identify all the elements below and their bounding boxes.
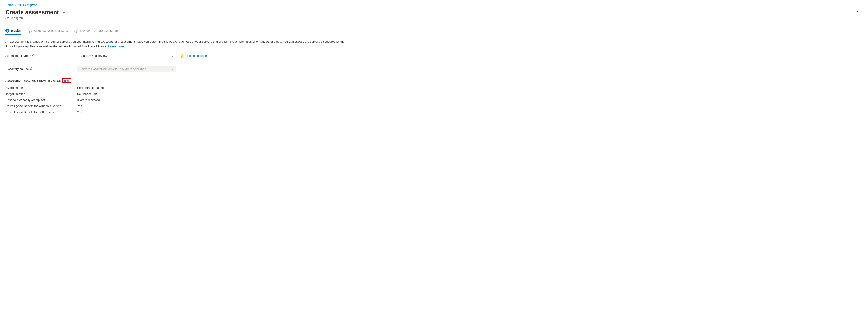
settings-title: Assessment settings xyxy=(5,79,36,82)
setting-key: Sizing criteria xyxy=(5,86,77,90)
settings-showing-count: (Showing 5 of 22) xyxy=(37,79,61,82)
edit-settings-link[interactable]: Edit xyxy=(64,79,69,82)
page-title: Create assessment xyxy=(5,9,59,16)
setting-key: Target location xyxy=(5,92,77,96)
tab-review-create[interactable]: 3 Review + create assessment xyxy=(74,29,120,34)
close-icon xyxy=(856,10,860,13)
learn-more-link[interactable]: Learn more. xyxy=(108,45,124,48)
chevron-down-icon: ⌵ xyxy=(172,55,174,57)
discovery-source-label: Discovery source i xyxy=(5,67,77,71)
tab-step-number: 3 xyxy=(74,29,78,33)
chevron-right-icon: › xyxy=(15,3,16,6)
assessment-type-dropdown[interactable]: Azure SQL (Preview) ⌵ xyxy=(77,53,176,59)
dropdown-value: Azure SQL (Preview) xyxy=(80,54,108,58)
help-me-choose-link[interactable]: Help me choose xyxy=(186,54,207,58)
setting-key: Azure Hybrid Benefit for SQL Server xyxy=(5,110,77,114)
tab-basics[interactable]: 1 Basics xyxy=(5,29,22,34)
dropdown-value: Servers discovered from Azure Migrate ap… xyxy=(80,67,146,71)
tab-label: Basics xyxy=(11,29,22,32)
breadcrumb-home[interactable]: Home xyxy=(5,3,13,6)
basics-description: An assessment is created on a group of s… xyxy=(5,39,348,49)
chevron-right-icon: › xyxy=(39,3,40,6)
tab-step-number: 1 xyxy=(5,29,9,33)
setting-value: Southeast Asia xyxy=(77,92,97,96)
settings-row-sizing-criteria: Sizing criteria Performance-based xyxy=(5,86,863,90)
required-asterisk: * xyxy=(30,54,31,58)
tab-label: Select servers to assess xyxy=(34,29,68,32)
settings-row-ahb-sql: Azure Hybrid Benefit for SQL Server Yes xyxy=(5,110,863,114)
settings-row-ahb-windows: Azure Hybrid Benefit for Windows Server … xyxy=(5,104,863,108)
setting-value: 3 years reserved xyxy=(77,98,100,102)
chevron-down-icon: ⌵ xyxy=(172,68,174,70)
setting-key: Azure Hybrid Benefit for Windows Server xyxy=(5,104,77,108)
assessment-type-label: Assessment type * i xyxy=(5,54,77,58)
wizard-tabs: 1 Basics 2 Select servers to assess 3 Re… xyxy=(5,29,863,34)
tab-label: Review + create assessment xyxy=(80,29,120,32)
settings-row-target-location: Target location Southeast Asia xyxy=(5,92,863,96)
setting-value: Yes xyxy=(77,110,82,114)
settings-row-reserved-capacity: Reserved capacity (compute) 3 years rese… xyxy=(5,98,863,102)
close-button[interactable] xyxy=(856,9,860,14)
breadcrumb: Home › Azure Migrate › xyxy=(5,3,863,6)
setting-value: Performance-based xyxy=(77,86,104,90)
info-icon[interactable]: i xyxy=(30,67,33,70)
setting-value: Yes xyxy=(77,104,82,108)
breadcrumb-azure-migrate[interactable]: Azure Migrate xyxy=(18,3,37,6)
tab-step-number: 2 xyxy=(28,29,32,33)
info-icon[interactable]: i xyxy=(32,54,35,57)
assessment-settings-header: Assessment settings (Showing 5 of 22) Ed… xyxy=(5,78,863,83)
setting-key: Reserved capacity (compute) xyxy=(5,98,77,102)
discovery-source-dropdown: Servers discovered from Azure Migrate ap… xyxy=(77,66,176,72)
edit-highlight-box: Edit xyxy=(62,78,71,83)
tab-select-servers[interactable]: 2 Select servers to assess xyxy=(28,29,68,34)
lightbulb-icon: 💡 xyxy=(180,54,184,58)
page-subtitle: Azure Migrate xyxy=(5,16,66,20)
more-actions-button[interactable]: ⋯ xyxy=(63,10,66,14)
assessment-settings-list: Sizing criteria Performance-based Target… xyxy=(5,86,863,114)
description-text: An assessment is created on a group of s… xyxy=(5,40,345,48)
